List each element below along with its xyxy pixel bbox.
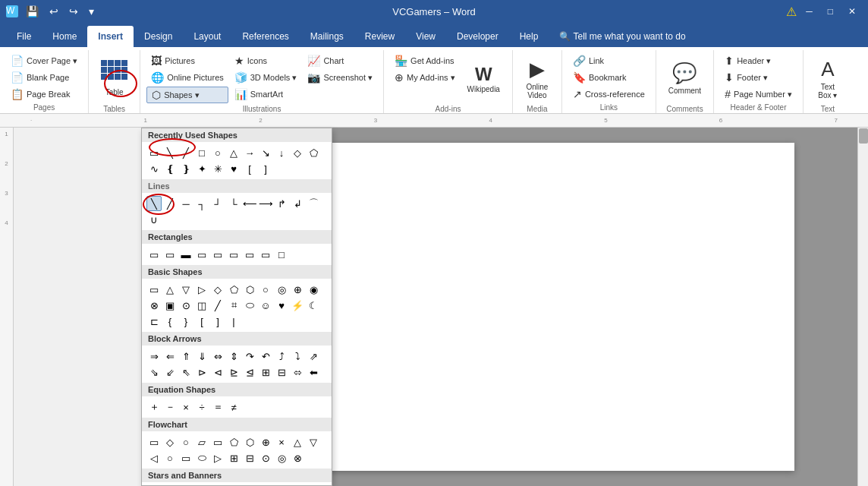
shape-circle[interactable]: ○ (210, 145, 225, 160)
shapes-button[interactable]: ⬡ Shapes ▾ (146, 87, 228, 103)
tab-insert[interactable]: Insert (87, 26, 134, 47)
shape-bracket-r[interactable]: ] (258, 161, 273, 176)
ba16[interactable]: ⊲ (210, 364, 225, 380)
ba21[interactable]: ⬄ (290, 364, 305, 380)
ba15[interactable]: ⊳ (194, 364, 209, 380)
rect6[interactable]: ▭ (226, 247, 241, 262)
tab-layout[interactable]: Layout (183, 26, 231, 47)
shape-rect[interactable]: ▭ (146, 145, 162, 160)
close-button[interactable]: ✕ (842, 5, 862, 18)
ba17[interactable]: ⊵ (226, 364, 241, 380)
ba22[interactable]: ⬅ (306, 364, 321, 380)
bs3[interactable]: ▽ (178, 282, 193, 297)
online-pictures-button[interactable]: 🌐 Online Pictures (146, 70, 228, 85)
fc7[interactable]: ⬡ (242, 434, 257, 450)
bs6[interactable]: ⬠ (226, 282, 241, 297)
ba9[interactable]: ⤴ (274, 349, 289, 364)
fc4[interactable]: ▱ (194, 434, 209, 450)
bs15[interactable]: ◫ (194, 298, 209, 313)
fc21[interactable]: ⊗ (290, 450, 305, 465)
bs27[interactable]: ] (210, 314, 225, 329)
bs23[interactable]: ⊏ (146, 314, 162, 329)
bs9[interactable]: ◎ (274, 282, 289, 297)
fc11[interactable]: ▽ (306, 434, 321, 450)
ba3[interactable]: ⇑ (178, 349, 193, 364)
ba4[interactable]: ⇓ (194, 349, 209, 364)
shape-brace-r[interactable]: ❵ (178, 161, 193, 176)
shape-rect2[interactable]: □ (194, 145, 209, 160)
line-corner2[interactable]: ┘ (210, 196, 225, 211)
tab-review[interactable]: Review (354, 26, 405, 47)
bs2[interactable]: △ (162, 282, 178, 297)
bs7[interactable]: ⬡ (242, 282, 257, 297)
blank-page-button[interactable]: 📄 Blank Page (6, 70, 82, 85)
fc13[interactable]: ○ (162, 450, 178, 465)
line-corner3[interactable]: └ (226, 196, 241, 211)
bs14[interactable]: ⊙ (178, 298, 193, 313)
eq3[interactable]: × (178, 399, 193, 415)
line-curve1[interactable]: ⌒ (306, 196, 321, 211)
fc2[interactable]: ◇ (162, 434, 178, 450)
shape-bracket-l[interactable]: [ (242, 161, 257, 176)
ba2[interactable]: ⇐ (162, 349, 178, 364)
fc15[interactable]: ⬭ (194, 450, 209, 465)
line-double1[interactable]: ⟵ (242, 196, 257, 211)
ba14[interactable]: ⇖ (178, 364, 193, 380)
comment-button[interactable]: 💬 Comment (662, 53, 707, 103)
footer-button[interactable]: ⬇ Footer ▾ (720, 70, 797, 85)
bs26[interactable]: [ (194, 314, 209, 329)
icons-button[interactable]: ★ Icons (230, 53, 302, 68)
document-page[interactable] (278, 143, 794, 471)
line-arrow1[interactable]: ↱ (274, 196, 289, 211)
fc6[interactable]: ⬠ (226, 434, 241, 450)
tab-help[interactable]: Help (509, 26, 549, 47)
ba20[interactable]: ⊟ (274, 364, 289, 380)
bs4[interactable]: ▷ (194, 282, 209, 297)
undo-button[interactable]: ↩ (46, 4, 61, 19)
bs13[interactable]: ▣ (162, 298, 178, 313)
line-diagonal[interactable]: ╲ (146, 196, 162, 211)
ba7[interactable]: ↷ (242, 349, 257, 364)
bs10[interactable]: ⊕ (290, 282, 305, 297)
line-double2[interactable]: ⟶ (258, 196, 273, 211)
line-corner1[interactable]: ┐ (194, 196, 209, 211)
rect8[interactable]: ▭ (258, 247, 273, 262)
eq2[interactable]: － (162, 399, 178, 415)
fc5[interactable]: ▭ (210, 434, 225, 450)
shape-tri[interactable]: △ (226, 145, 241, 160)
ba18[interactable]: ⊴ (242, 364, 257, 380)
bs1[interactable]: ▭ (146, 282, 162, 297)
shape-sun[interactable]: ✳ (210, 161, 225, 176)
bs25[interactable]: } (178, 314, 193, 329)
tab-design[interactable]: Design (134, 26, 183, 47)
ba10[interactable]: ⤵ (290, 349, 305, 364)
online-video-button[interactable]: ▶ OnlineVideo (519, 53, 555, 103)
tab-references[interactable]: References (231, 26, 299, 47)
fc12[interactable]: ◁ (146, 450, 162, 465)
bs28[interactable]: | (226, 314, 241, 329)
bs12[interactable]: ⊗ (146, 298, 162, 313)
ba8[interactable]: ↶ (258, 349, 273, 364)
3d-models-button[interactable]: 🧊 3D Models ▾ (230, 70, 302, 85)
cross-reference-button[interactable]: ↗ Cross-reference (568, 87, 649, 102)
shape-diamond[interactable]: ◇ (290, 145, 305, 160)
screenshot-button[interactable]: 📷 Screenshot ▾ (303, 70, 377, 85)
ba13[interactable]: ⇙ (162, 364, 178, 380)
link-button[interactable]: 🔗 Link (568, 53, 649, 68)
bs11[interactable]: ◉ (306, 282, 321, 297)
tab-view[interactable]: View (405, 26, 446, 47)
shape-pent[interactable]: ⬠ (306, 145, 321, 160)
eq5[interactable]: ＝ (210, 399, 225, 415)
bs20[interactable]: ♥ (274, 298, 289, 313)
rect9[interactable]: □ (274, 247, 289, 262)
smartart-button[interactable]: 📊 SmartArt (230, 87, 302, 102)
restore-button[interactable]: □ (822, 5, 839, 18)
ba19[interactable]: ⊞ (258, 364, 273, 380)
shape-line1[interactable]: ╲ (162, 145, 178, 160)
bs24[interactable]: { (162, 314, 178, 329)
page-number-button[interactable]: # Page Number ▾ (720, 87, 797, 102)
shape-wave[interactable]: ∿ (146, 161, 162, 176)
shape-arrow-d[interactable]: ↓ (274, 145, 289, 160)
page-break-button[interactable]: 📋 Page Break (6, 87, 82, 102)
bs8[interactable]: ○ (258, 282, 273, 297)
